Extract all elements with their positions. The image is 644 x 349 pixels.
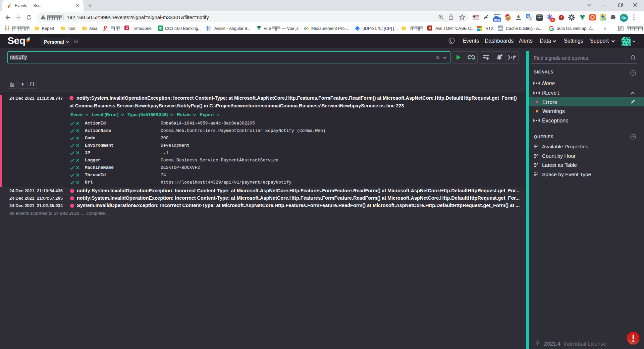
svg-text:6: 6 <box>552 18 553 22</box>
svg-text:New: New <box>494 18 500 21</box>
svg-text:8: 8 <box>429 26 431 30</box>
svg-text:ajk: ajk <box>498 26 503 30</box>
